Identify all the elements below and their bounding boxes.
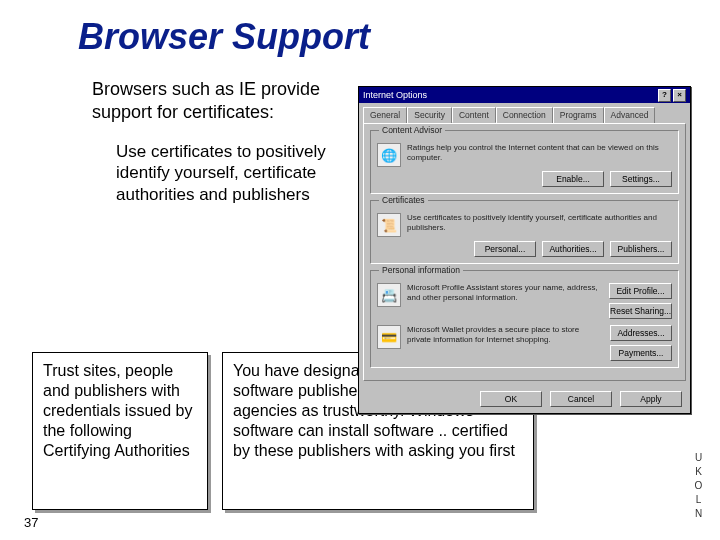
tab-programs[interactable]: Programs <box>553 107 604 123</box>
callout-box-left: Trust sites, people and publishers with … <box>32 352 208 510</box>
tab-general[interactable]: General <box>363 107 407 123</box>
content-advisor-text: Ratings help you control the Internet co… <box>407 143 672 162</box>
reset-sharing-button[interactable]: Reset Sharing... <box>609 303 672 319</box>
certificates-text: Use certificates to positively identify … <box>407 213 672 232</box>
group-content-advisor: 🌐 Ratings help you control the Internet … <box>370 130 679 194</box>
enable-button[interactable]: Enable... <box>542 171 604 187</box>
slide-description: Browsers such as IE provide support for … <box>92 78 342 123</box>
payments-button[interactable]: Payments... <box>610 345 672 361</box>
ukoln-logo: UKOLN <box>693 452 704 522</box>
dialog-titlebar: Internet Options ? × <box>359 87 690 103</box>
wallet-text: Microsoft Wallet provides a secure place… <box>407 325 604 344</box>
slide-subpoint: Use certificates to positively identify … <box>116 141 351 205</box>
tab-panel-content: 🌐 Ratings help you control the Internet … <box>363 123 686 381</box>
ok-button[interactable]: OK <box>480 391 542 407</box>
addresses-button[interactable]: Addresses... <box>610 325 672 341</box>
dialog-title: Internet Options <box>363 87 427 103</box>
cancel-button[interactable]: Cancel <box>550 391 612 407</box>
globe-icon: 🌐 <box>377 143 401 167</box>
group-certificates: 📜 Use certificates to positively identif… <box>370 200 679 264</box>
slide-title: Browser Support <box>78 16 720 58</box>
publishers-button[interactable]: Publishers... <box>610 241 672 257</box>
profile-assistant-text: Microsoft Profile Assistant stores your … <box>407 283 603 302</box>
tab-connection[interactable]: Connection <box>496 107 553 123</box>
edit-profile-button[interactable]: Edit Profile... <box>609 283 672 299</box>
tab-content[interactable]: Content <box>452 107 496 123</box>
group-personal-info: 📇 Microsoft Profile Assistant stores you… <box>370 270 679 368</box>
settings-button[interactable]: Settings... <box>610 171 672 187</box>
page-number: 37 <box>24 515 38 530</box>
certificate-icon: 📜 <box>377 213 401 237</box>
wallet-icon: 💳 <box>377 325 401 349</box>
tab-advanced[interactable]: Advanced <box>604 107 656 123</box>
close-button[interactable]: × <box>673 89 686 102</box>
profile-icon: 📇 <box>377 283 401 307</box>
apply-button[interactable]: Apply <box>620 391 682 407</box>
help-button[interactable]: ? <box>658 89 671 102</box>
tab-security[interactable]: Security <box>407 107 452 123</box>
dialog-tabs: General Security Content Connection Prog… <box>359 103 690 123</box>
dialog-footer: OK Cancel Apply <box>359 385 690 413</box>
internet-options-dialog: Internet Options ? × General Security Co… <box>358 86 691 414</box>
personal-button[interactable]: Personal... <box>474 241 536 257</box>
authorities-button[interactable]: Authorities... <box>542 241 604 257</box>
